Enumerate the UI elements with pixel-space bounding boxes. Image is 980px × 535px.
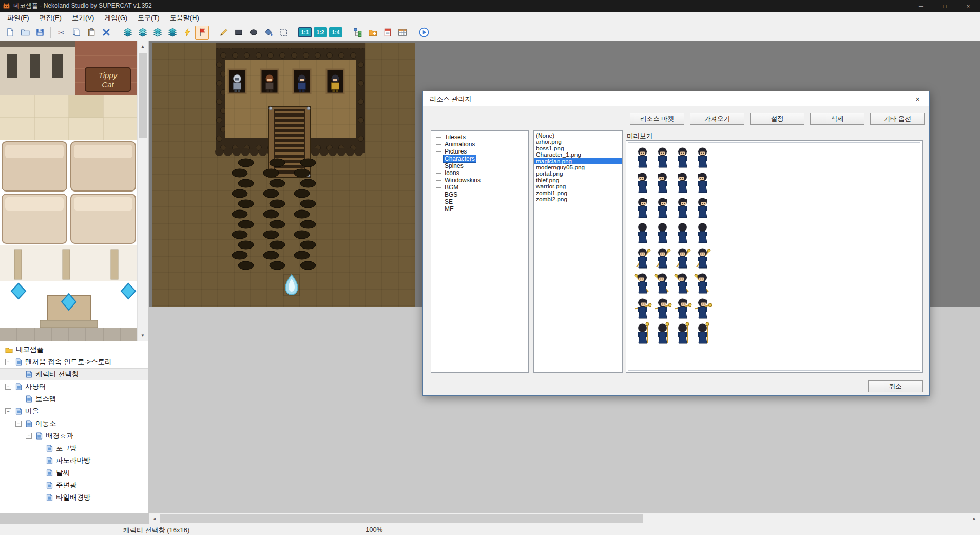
preview-box bbox=[626, 140, 923, 373]
pencil-tool-icon[interactable] bbox=[217, 26, 230, 40]
copy-icon[interactable] bbox=[69, 26, 83, 40]
delete-button[interactable]: 삭제 bbox=[810, 113, 864, 125]
category-item[interactable]: Icons bbox=[436, 169, 482, 177]
tree-item[interactable]: −맨처음 접속 인트로->스토리 bbox=[0, 356, 148, 368]
npc-mage[interactable] bbox=[293, 69, 311, 93]
scroll-right-icon[interactable]: ► bbox=[969, 513, 980, 524]
file-item[interactable]: zombi2.png bbox=[534, 196, 622, 202]
dialog-close-button[interactable]: × bbox=[906, 91, 929, 106]
tree-item[interactable]: −사냥터 bbox=[0, 380, 148, 393]
toolbar-separator bbox=[347, 27, 347, 38]
menu-file[interactable]: 파일(F) bbox=[2, 12, 34, 24]
tileset-scroll-thumb[interactable] bbox=[139, 53, 147, 138]
maximize-button[interactable]: □ bbox=[933, 0, 956, 12]
ellipse-tool-icon[interactable] bbox=[246, 26, 260, 40]
layer-all-icon[interactable] bbox=[165, 26, 179, 40]
npc-noble[interactable] bbox=[326, 69, 344, 93]
category-item[interactable]: Spines bbox=[436, 162, 482, 169]
tree-item[interactable]: 보스맵 bbox=[0, 393, 148, 405]
open-folder-icon[interactable] bbox=[18, 26, 32, 40]
category-item[interactable]: Animations bbox=[436, 141, 482, 148]
tree-item[interactable]: 캐릭터 선택창 bbox=[0, 368, 148, 380]
scroll-left-icon[interactable]: ◄ bbox=[149, 513, 160, 524]
category-item[interactable]: Tilesets bbox=[436, 133, 482, 141]
npc-knight[interactable] bbox=[228, 69, 246, 93]
hierarchy-icon[interactable] bbox=[351, 26, 364, 40]
tree-item[interactable]: −마을 bbox=[0, 405, 148, 417]
dialog-titlebar[interactable]: 리소스 관리자 × bbox=[423, 91, 929, 106]
cut-icon[interactable]: ✂ bbox=[54, 26, 68, 40]
play-test-icon[interactable] bbox=[417, 26, 431, 40]
event-lightning-icon[interactable] bbox=[180, 26, 194, 40]
layer-2-icon[interactable] bbox=[136, 26, 149, 40]
tree-item[interactable]: 날씨 bbox=[0, 467, 148, 479]
notes-icon[interactable] bbox=[380, 26, 394, 40]
tree-item[interactable]: 네코샘플 bbox=[0, 343, 148, 356]
menu-view[interactable]: 보기(V) bbox=[67, 12, 99, 24]
menu-game[interactable]: 게임(G) bbox=[99, 12, 132, 24]
zoom-1-1-button[interactable]: 1:1 bbox=[298, 27, 312, 37]
collapse-box-icon[interactable]: − bbox=[5, 408, 11, 414]
file-list[interactable]: (None)arhor.pngboss1.pngCharacter_1.pngm… bbox=[533, 130, 623, 373]
rectangle-tool-icon[interactable] bbox=[232, 26, 245, 40]
category-item[interactable]: ME bbox=[436, 205, 482, 213]
tree-item-label: 캐릭터 선택창 bbox=[35, 370, 79, 379]
tree-item[interactable]: −이동소 bbox=[0, 417, 148, 430]
scroll-up-icon[interactable]: ▲ bbox=[138, 41, 148, 52]
cancel-button[interactable]: 취소 bbox=[868, 380, 923, 392]
menu-edit[interactable]: 편집(E) bbox=[34, 12, 67, 24]
npc-villager[interactable] bbox=[261, 69, 278, 93]
category-item[interactable]: Characters bbox=[436, 155, 482, 162]
select-tool-icon[interactable] bbox=[276, 26, 290, 40]
map-view[interactable] bbox=[152, 43, 415, 307]
category-item[interactable]: Pictures bbox=[436, 148, 482, 155]
file-item[interactable]: Character_1.png bbox=[534, 151, 622, 158]
map-file-icon bbox=[36, 432, 43, 440]
settings-button[interactable]: 설정 bbox=[750, 113, 804, 125]
category-item[interactable]: SE bbox=[436, 198, 482, 205]
add-folder-icon[interactable] bbox=[366, 26, 379, 40]
layer-1-icon[interactable] bbox=[121, 26, 134, 40]
delete-icon[interactable] bbox=[99, 26, 113, 40]
canvas-scroll-thumb[interactable] bbox=[160, 514, 643, 523]
canvas-h-scrollbar[interactable]: ◄ ► bbox=[149, 513, 980, 524]
start-flag-icon[interactable] bbox=[195, 26, 209, 40]
scroll-down-icon[interactable]: ▼ bbox=[138, 330, 148, 341]
database-icon[interactable] bbox=[395, 26, 409, 40]
tree-item[interactable]: 파노라마방 bbox=[0, 454, 148, 467]
layer-3-icon[interactable] bbox=[150, 26, 164, 40]
file-item[interactable]: portal.png bbox=[534, 170, 622, 177]
fill-tool-icon[interactable] bbox=[261, 26, 275, 40]
tree-item[interactable]: 포그방 bbox=[0, 442, 148, 454]
menu-help[interactable]: 도움말(H) bbox=[165, 12, 204, 24]
category-item[interactable]: BGS bbox=[436, 191, 482, 198]
other-options-button[interactable]: 기타 옵션 bbox=[870, 113, 925, 125]
menu-tools[interactable]: 도구(T) bbox=[132, 12, 165, 24]
resource-market-button[interactable]: 리소스 마켓 bbox=[630, 113, 684, 125]
tree-item[interactable]: 주변광 bbox=[0, 479, 148, 491]
collapse-box-icon[interactable]: − bbox=[26, 433, 32, 439]
category-item[interactable]: Windowskins bbox=[436, 177, 482, 184]
file-item[interactable]: arhor.png bbox=[534, 139, 622, 145]
status-zoom-level: 100% bbox=[366, 526, 382, 533]
new-file-icon[interactable] bbox=[3, 26, 17, 40]
save-icon[interactable] bbox=[33, 26, 47, 40]
collapse-box-icon[interactable]: − bbox=[5, 359, 11, 365]
category-item[interactable]: BGM bbox=[436, 184, 482, 191]
zoom-1-2-button[interactable]: 1:2 bbox=[314, 27, 327, 37]
close-button[interactable]: × bbox=[956, 0, 980, 12]
file-item[interactable]: warrior.png bbox=[534, 183, 622, 189]
collapse-box-icon[interactable]: − bbox=[5, 384, 11, 390]
import-button[interactable]: 가져오기 bbox=[690, 113, 744, 125]
tree-item[interactable]: 타일배경방 bbox=[0, 491, 148, 504]
category-panel[interactable]: TilesetsAnimationsPicturesCharactersSpin… bbox=[431, 130, 529, 373]
tileset-image[interactable]: Tippy Cat bbox=[0, 41, 138, 341]
paste-icon[interactable] bbox=[84, 26, 98, 40]
zoom-1-4-button[interactable]: 1:4 bbox=[329, 27, 342, 37]
tree-item-label: 날씨 bbox=[56, 468, 70, 477]
minimize-button[interactable]: ─ bbox=[909, 0, 933, 12]
svg-text:Cat: Cat bbox=[102, 80, 114, 89]
collapse-box-icon[interactable]: − bbox=[15, 421, 22, 427]
tileset-scrollbar[interactable]: ▲ ▼ bbox=[137, 41, 148, 341]
tree-item[interactable]: −배경효과 bbox=[0, 430, 148, 442]
